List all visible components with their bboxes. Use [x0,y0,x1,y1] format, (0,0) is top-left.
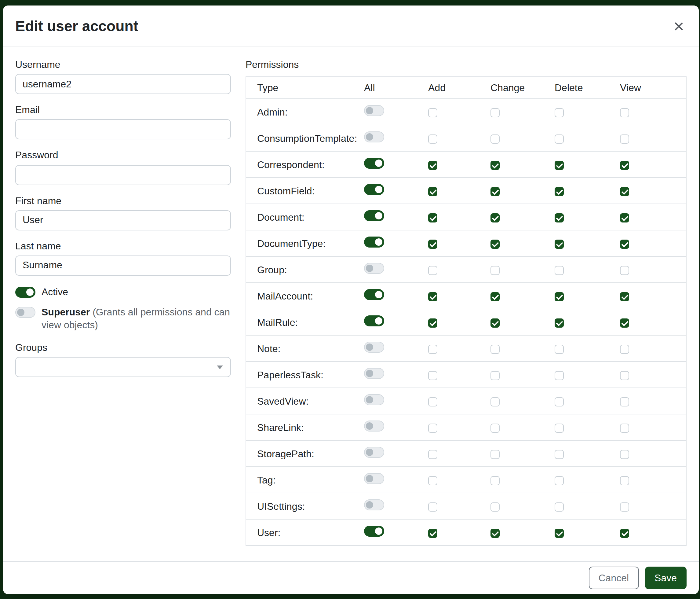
perm-view-checkbox[interactable] [620,345,629,354]
perm-change-checkbox[interactable] [491,240,500,249]
perm-delete-checkbox[interactable] [555,292,564,301]
perm-view-checkbox[interactable] [620,108,629,117]
perm-add-checkbox[interactable] [428,240,438,249]
perm-add-checkbox[interactable] [428,476,438,485]
perm-add-checkbox[interactable] [428,371,438,380]
perm-all-toggle[interactable] [364,394,384,405]
cancel-button[interactable]: Cancel [589,567,639,589]
perm-view-checkbox[interactable] [620,371,629,380]
perm-view-checkbox[interactable] [620,397,629,406]
perm-all-toggle[interactable] [364,263,384,274]
perm-change-checkbox[interactable] [491,476,500,485]
perm-change-checkbox[interactable] [491,529,500,538]
perm-change-checkbox[interactable] [491,108,500,117]
perm-delete-checkbox[interactable] [555,502,564,511]
perm-view-checkbox[interactable] [620,213,629,222]
email-field[interactable] [15,119,231,140]
perm-change-checkbox[interactable] [491,213,500,222]
groups-select[interactable] [15,357,231,377]
active-toggle[interactable] [15,286,35,297]
perm-view-checkbox[interactable] [620,135,629,144]
perm-add-checkbox[interactable] [428,450,438,459]
perm-change-checkbox[interactable] [491,161,500,170]
perm-all-toggle[interactable] [364,105,384,116]
perm-delete-checkbox[interactable] [555,345,564,354]
perm-view-checkbox[interactable] [620,161,629,170]
perm-view-checkbox[interactable] [620,318,629,328]
perm-view-checkbox[interactable] [620,266,629,275]
perm-add-checkbox[interactable] [428,318,438,328]
perm-change-checkbox[interactable] [491,187,500,196]
perm-all-toggle[interactable] [364,210,384,221]
perm-delete-checkbox[interactable] [555,240,564,249]
perm-all-toggle[interactable] [364,368,384,379]
perm-view-checkbox[interactable] [620,476,629,485]
save-button[interactable]: Save [645,567,686,589]
perm-change-checkbox[interactable] [491,371,500,380]
perm-change-checkbox[interactable] [491,502,500,511]
perm-delete-checkbox[interactable] [555,476,564,485]
perm-add-checkbox[interactable] [428,108,438,117]
perm-delete-checkbox[interactable] [555,450,564,459]
perm-add-checkbox[interactable] [428,266,438,275]
perm-delete-checkbox[interactable] [555,318,564,328]
perm-type-label: UISettings: [246,500,357,512]
perm-add-checkbox[interactable] [428,424,438,433]
superuser-row: Superuser (Grants all permissions and ca… [15,305,231,332]
perm-all-toggle[interactable] [364,473,384,484]
perm-delete-checkbox[interactable] [555,187,564,196]
perm-add-checkbox[interactable] [428,161,438,170]
perm-change-checkbox[interactable] [491,318,500,328]
perm-all-toggle[interactable] [364,342,384,353]
perm-change-checkbox[interactable] [491,266,500,275]
perm-all-toggle[interactable] [364,131,384,142]
close-icon[interactable]: × [673,17,684,35]
perm-change-checkbox[interactable] [491,292,500,301]
last-name-field[interactable] [15,256,231,275]
perm-add-checkbox[interactable] [428,397,438,406]
table-row: Tag: [246,466,686,493]
perm-delete-checkbox[interactable] [555,424,564,433]
perm-all-toggle[interactable] [364,158,384,169]
perm-change-checkbox[interactable] [491,397,500,406]
perm-delete-checkbox[interactable] [555,397,564,406]
perm-delete-checkbox[interactable] [555,161,564,170]
perm-all-toggle[interactable] [364,526,384,537]
perm-all-toggle[interactable] [364,499,384,510]
perm-delete-checkbox[interactable] [555,529,564,538]
perm-all-toggle[interactable] [364,237,384,247]
perm-add-checkbox[interactable] [428,135,438,144]
perm-add-checkbox[interactable] [428,213,438,222]
perm-all-toggle[interactable] [364,447,384,458]
perm-delete-checkbox[interactable] [555,213,564,222]
perm-delete-checkbox[interactable] [555,371,564,380]
superuser-toggle[interactable] [15,307,35,317]
perm-add-checkbox[interactable] [428,529,438,538]
perm-add-checkbox[interactable] [428,345,438,354]
perm-view-checkbox[interactable] [620,424,629,433]
perm-delete-checkbox[interactable] [555,266,564,275]
perm-all-toggle[interactable] [364,184,384,195]
perm-add-checkbox[interactable] [428,187,438,196]
first-name-field[interactable] [15,210,231,231]
perm-delete-checkbox[interactable] [555,108,564,117]
perm-all-toggle[interactable] [364,421,384,432]
username-input[interactable] [15,74,231,94]
perm-change-checkbox[interactable] [491,450,500,459]
perm-change-checkbox[interactable] [491,135,500,144]
perm-add-checkbox[interactable] [428,292,438,301]
perm-change-checkbox[interactable] [491,345,500,354]
perm-view-checkbox[interactable] [620,187,629,196]
perm-change-checkbox[interactable] [491,424,500,433]
perm-all-toggle[interactable] [364,315,384,327]
perm-view-checkbox[interactable] [620,240,629,249]
perm-add-checkbox[interactable] [428,502,438,511]
perm-all-toggle[interactable] [364,289,384,300]
password-field[interactable] [15,165,231,185]
perm-view-checkbox[interactable] [620,292,629,301]
perm-view-checkbox[interactable] [620,529,629,538]
perm-delete-checkbox[interactable] [555,135,564,144]
perm-view-checkbox[interactable] [620,450,629,459]
perm-view-checkbox[interactable] [620,502,629,511]
groups-group: Groups [15,341,231,377]
